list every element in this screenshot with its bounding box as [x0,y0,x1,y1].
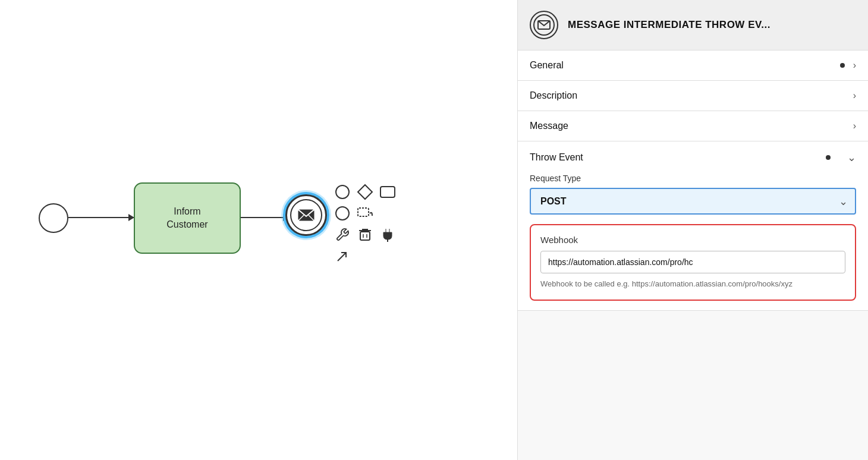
arrow-start-to-task [68,217,134,218]
ctx-diamond-icon[interactable] [356,182,375,201]
message-event-circle[interactable] [285,194,327,236]
description-row[interactable]: Description › [518,81,868,111]
arrow-task-to-event [241,217,288,218]
context-row-1 [333,182,397,201]
general-row[interactable]: General › [518,51,868,81]
webhook-section: Webhook Webhook to be called e.g. https:… [530,224,856,301]
ctx-wrench-icon[interactable] [333,225,352,244]
ctx-trash-icon[interactable] [356,225,375,244]
throw-event-chevron: ⌄ [847,151,856,164]
ctx-circle-icon[interactable] [333,182,352,201]
general-dot [840,63,845,68]
panel-envelope-icon [537,20,551,30]
panel-header-icon [530,11,558,39]
throw-event-content: Request Type POST GET PUT DELETE PATCH W… [518,174,868,310]
message-label: Message [530,121,853,131]
webhook-hint: Webhook to be called e.g. https://automa… [540,278,845,290]
webhook-input[interactable] [540,251,845,273]
webhook-label: Webhook [540,235,845,245]
start-event[interactable] [39,203,68,233]
description-label: Description [530,90,853,101]
message-throw-event[interactable] [285,194,327,236]
task-inform-customer[interactable]: Inform Customer [134,182,241,254]
throw-event-label: Throw Event [530,152,826,163]
svg-point-7 [336,207,349,220]
context-row-3 [333,225,397,244]
svg-marker-5 [358,185,372,199]
svg-point-4 [336,185,349,199]
context-menu [333,182,397,266]
panel-header-inner-circle [533,14,555,36]
request-type-label: Request Type [530,174,856,183]
context-row-2 [333,204,397,223]
ctx-rectangle-icon[interactable] [378,182,397,201]
svg-rect-9 [360,232,370,240]
request-type-wrapper: POST GET PUT DELETE PATCH [530,188,856,215]
request-type-select[interactable]: POST GET PUT DELETE PATCH [530,188,856,215]
panel-header: MESSAGE INTERMEDIATE THROW EV... [518,0,868,51]
ctx-arrow-icon[interactable] [333,247,352,266]
svg-rect-6 [380,187,395,197]
throw-event-header[interactable]: Throw Event ⌄ [518,141,868,174]
context-row-4 [333,247,397,266]
description-chevron: › [853,90,856,101]
svg-line-13 [338,253,346,261]
diagram-area: Inform Customer [0,0,517,460]
throw-event-section: Throw Event ⌄ Request Type POST GET PUT … [518,141,868,311]
ctx-plug-icon[interactable] [378,225,397,244]
right-panel: MESSAGE INTERMEDIATE THROW EV... General… [517,0,868,460]
svg-rect-8 [358,208,369,216]
ctx-small-circle-icon[interactable] [333,204,352,223]
ctx-dotted-box-icon[interactable] [356,204,375,223]
envelope-icon [298,209,315,221]
panel-title: MESSAGE INTERMEDIATE THROW EV... [568,19,770,31]
throw-event-dot [826,155,831,160]
message-row[interactable]: Message › [518,111,868,141]
diagram-canvas: Inform Customer [15,111,502,349]
general-label: General [530,60,840,71]
message-event-inner-circle [290,199,322,231]
general-chevron: › [853,60,856,71]
task-label: Inform Customer [166,205,207,232]
message-chevron: › [853,121,856,131]
